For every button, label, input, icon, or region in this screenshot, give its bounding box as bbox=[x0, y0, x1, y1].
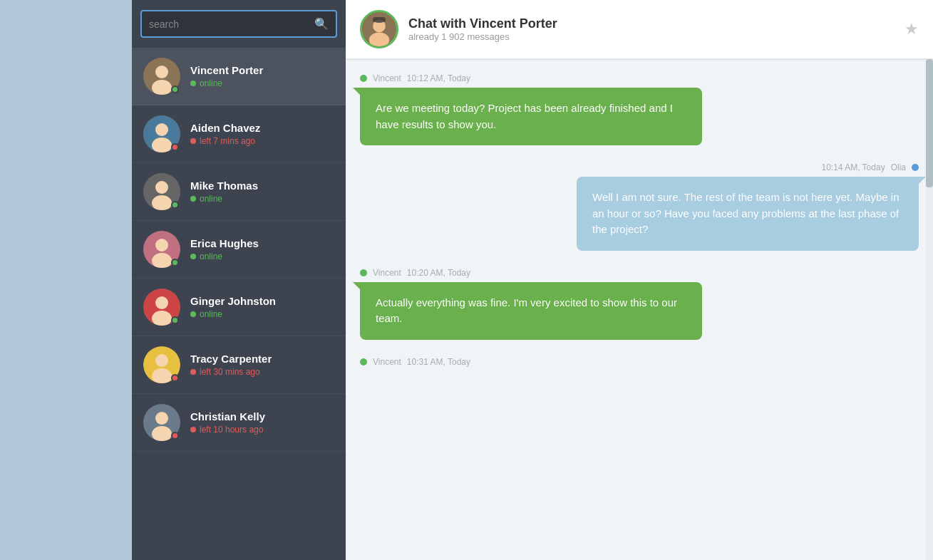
avatar-wrapper-mike-thomas bbox=[143, 173, 180, 210]
status-dot-vincent-porter bbox=[171, 85, 179, 93]
message-block-msg1: Vincent 10:12 AM, Today Are we meeting t… bbox=[360, 73, 919, 145]
message-block-msg2: 10:14 AM, Today Olia Well I am not sure.… bbox=[360, 162, 919, 251]
svg-point-13 bbox=[155, 296, 168, 309]
contact-status-mike-thomas: online bbox=[190, 194, 258, 204]
contact-item-tracy-carpenter[interactable]: Tracy Carpenter left 30 mins ago bbox=[132, 336, 346, 394]
search-input[interactable] bbox=[149, 19, 314, 30]
chat-messages: Vincent 10:12 AM, Today Are we meeting t… bbox=[346, 59, 933, 560]
received-row-msg2: Well I am not sure. The rest of the team… bbox=[360, 177, 919, 251]
avatar-wrapper-aiden-chavez bbox=[143, 115, 180, 152]
contact-name-aiden-chavez: Aiden Chavez bbox=[190, 122, 260, 134]
contact-status-erica-hughes: online bbox=[190, 252, 259, 261]
avatar-wrapper-ginger-johnston bbox=[143, 289, 180, 326]
chat-area: Chat with Vincent Porter already 1 902 m… bbox=[346, 0, 933, 560]
message-meta-msg4: Vincent 10:31 AM, Today bbox=[360, 357, 919, 367]
status-dot-tracy-carpenter bbox=[171, 374, 179, 382]
message-block-msg3: Vincent 10:20 AM, Today Actually everyth… bbox=[360, 268, 919, 340]
contact-info-tracy-carpenter: Tracy Carpenter left 30 mins ago bbox=[190, 353, 272, 377]
svg-rect-25 bbox=[376, 21, 383, 24]
sent-row-msg1: Are we meeting today? Project has been a… bbox=[360, 88, 919, 145]
message-sender-msg4: Vincent bbox=[373, 357, 401, 367]
svg-point-20 bbox=[152, 426, 172, 441]
message-meta-msg1: Vincent 10:12 AM, Today bbox=[360, 73, 919, 83]
svg-point-1 bbox=[155, 66, 168, 78]
avatar-wrapper-christian-kelly bbox=[143, 404, 180, 441]
contact-info-christian-kelly: Christian Kelly left 10 hours ago bbox=[190, 410, 265, 435]
scrollbar-track bbox=[926, 59, 933, 560]
contact-item-mike-thomas[interactable]: Mike Thomas online bbox=[132, 163, 346, 221]
avatar-wrapper-erica-hughes bbox=[143, 231, 180, 268]
status-inline-dot-aiden-chavez bbox=[190, 138, 196, 144]
avatar-wrapper-vincent-porter bbox=[143, 58, 180, 95]
svg-point-14 bbox=[152, 311, 172, 326]
contact-name-mike-thomas: Mike Thomas bbox=[190, 180, 258, 192]
message-time-msg1: 10:12 AM, Today bbox=[407, 73, 470, 83]
contact-item-vincent-porter[interactable]: Vincent Porter online bbox=[132, 48, 346, 105]
bubble-msg1: Are we meeting today? Project has been a… bbox=[360, 88, 702, 145]
contact-item-erica-hughes[interactable]: Erica Hughes online bbox=[132, 221, 346, 279]
contact-status-aiden-chavez: left 7 mins ago bbox=[190, 136, 260, 146]
svg-point-11 bbox=[152, 253, 172, 268]
status-dot-aiden-chavez bbox=[171, 143, 179, 151]
svg-point-4 bbox=[155, 123, 168, 136]
sent-row-msg3: Actually everything was fine. I'm very e… bbox=[360, 282, 919, 340]
svg-point-7 bbox=[155, 181, 168, 194]
contact-status-christian-kelly: left 10 hours ago bbox=[190, 425, 265, 435]
message-meta-msg2: 10:14 AM, Today Olia bbox=[360, 162, 919, 172]
contact-info-ginger-johnston: Ginger Johnston online bbox=[190, 295, 276, 319]
chat-header-subtitle: already 1 902 messages bbox=[408, 31, 904, 42]
contact-name-ginger-johnston: Ginger Johnston bbox=[190, 295, 276, 307]
message-sender-msg1: Vincent bbox=[373, 73, 401, 83]
left-panel bbox=[0, 0, 132, 560]
message-meta-msg3: Vincent 10:20 AM, Today bbox=[360, 268, 919, 278]
message-block-msg4: Vincent 10:31 AM, Today bbox=[360, 357, 919, 367]
contact-name-erica-hughes: Erica Hughes bbox=[190, 237, 259, 249]
chat-header-info: Chat with Vincent Porter already 1 902 m… bbox=[408, 16, 904, 42]
meta-dot-msg4 bbox=[360, 358, 367, 365]
contact-item-christian-kelly[interactable]: Christian Kelly left 10 hours ago bbox=[132, 394, 346, 452]
scrollbar-thumb[interactable] bbox=[926, 59, 933, 187]
meta-dot-msg1 bbox=[360, 75, 367, 82]
contact-status-ginger-johnston: online bbox=[190, 309, 276, 319]
message-time-msg4: 10:31 AM, Today bbox=[407, 357, 470, 367]
contact-status-tracy-carpenter: left 30 mins ago bbox=[190, 367, 272, 377]
contact-info-erica-hughes: Erica Hughes online bbox=[190, 237, 259, 261]
bubble-msg2: Well I am not sure. The rest of the team… bbox=[577, 177, 919, 251]
sidebar: 🔍 Vincent Porter online bbox=[132, 0, 346, 560]
svg-point-16 bbox=[155, 354, 168, 367]
status-inline-dot-christian-kelly bbox=[190, 427, 196, 432]
star-button[interactable]: ★ bbox=[904, 20, 919, 38]
svg-point-8 bbox=[152, 195, 172, 210]
svg-point-10 bbox=[155, 239, 168, 252]
meta-dot-msg2 bbox=[912, 164, 919, 171]
status-inline-dot-mike-thomas bbox=[190, 196, 196, 202]
contact-item-ginger-johnston[interactable]: Ginger Johnston online bbox=[132, 279, 346, 336]
search-box: 🔍 bbox=[140, 10, 337, 38]
contact-list: Vincent Porter online Aiden Chavez left … bbox=[132, 48, 346, 560]
bubble-msg3: Actually everything was fine. I'm very e… bbox=[360, 282, 702, 340]
contact-info-vincent-porter: Vincent Porter online bbox=[190, 64, 263, 88]
search-container: 🔍 bbox=[132, 0, 346, 48]
status-inline-dot-tracy-carpenter bbox=[190, 369, 196, 375]
contact-info-mike-thomas: Mike Thomas online bbox=[190, 180, 258, 204]
svg-point-2 bbox=[152, 80, 172, 95]
status-inline-dot-erica-hughes bbox=[190, 254, 196, 259]
status-dot-mike-thomas bbox=[171, 201, 179, 209]
contact-info-aiden-chavez: Aiden Chavez left 7 mins ago bbox=[190, 122, 260, 146]
meta-dot-msg3 bbox=[360, 269, 367, 276]
chat-header-avatar bbox=[360, 10, 398, 48]
contact-name-christian-kelly: Christian Kelly bbox=[190, 410, 265, 422]
svg-point-19 bbox=[155, 412, 168, 425]
avatar-wrapper-tracy-carpenter bbox=[143, 346, 180, 383]
search-icon[interactable]: 🔍 bbox=[314, 17, 329, 31]
chat-header: Chat with Vincent Porter already 1 902 m… bbox=[346, 0, 933, 59]
contact-item-aiden-chavez[interactable]: Aiden Chavez left 7 mins ago bbox=[132, 105, 346, 163]
message-sender-msg3: Vincent bbox=[373, 268, 401, 278]
contact-name-tracy-carpenter: Tracy Carpenter bbox=[190, 353, 272, 365]
message-time-msg3: 10:20 AM, Today bbox=[407, 268, 470, 278]
chat-header-name: Chat with Vincent Porter bbox=[408, 16, 904, 31]
status-dot-ginger-johnston bbox=[171, 316, 179, 324]
status-inline-dot-vincent-porter bbox=[190, 81, 196, 86]
message-sender-msg2: Olia bbox=[891, 162, 906, 172]
contact-status-vincent-porter: online bbox=[190, 78, 263, 88]
